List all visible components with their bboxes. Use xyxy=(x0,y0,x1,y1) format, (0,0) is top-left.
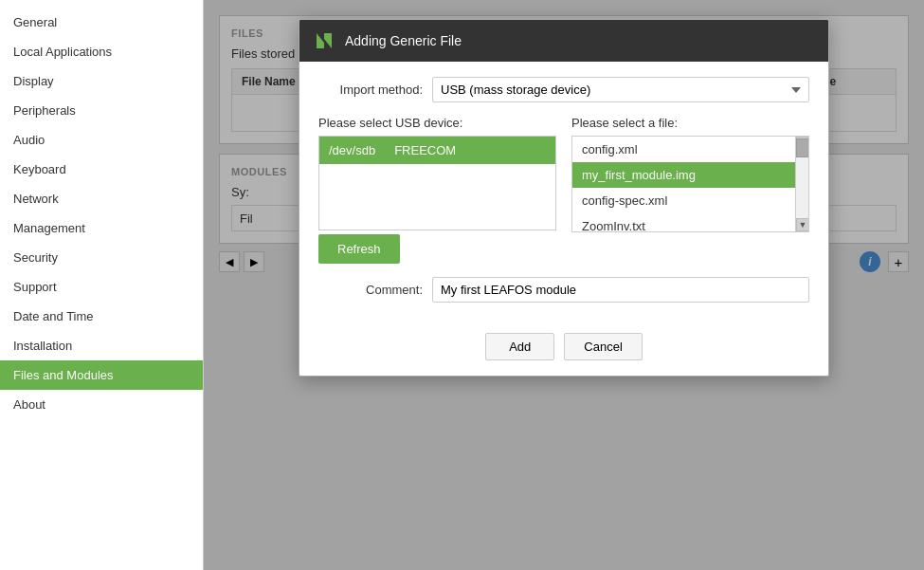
modal-title: Adding Generic File xyxy=(345,33,462,48)
sidebar-item-management[interactable]: Management xyxy=(0,213,203,243)
import-method-label: Import method: xyxy=(318,83,432,97)
file-list-item[interactable]: config.xml xyxy=(572,137,808,162)
sidebar-item-general[interactable]: General xyxy=(0,8,203,37)
file-list: config.xmlmy_first_module.imgconfig-spec… xyxy=(572,137,808,231)
import-method-select[interactable]: USB (mass storage device)NetworkLocal xyxy=(432,77,809,102)
scrollbar-down-arrow[interactable]: ▼ xyxy=(796,218,809,231)
sidebar-item-display[interactable]: Display xyxy=(0,66,203,96)
file-list-item[interactable]: ZoomInv.txt xyxy=(572,213,808,231)
modal-header: Adding Generic File xyxy=(299,20,828,62)
sidebar-item-local-applications[interactable]: Local Applications xyxy=(0,37,203,66)
modal-body: Import method: USB (mass storage device)… xyxy=(299,62,828,333)
scrollbar-thumb[interactable] xyxy=(796,138,809,157)
usb-device-label: Please select USB device: xyxy=(318,116,556,130)
sidebar-item-support[interactable]: Support xyxy=(0,272,203,302)
two-col-layout: Please select USB device: /dev/sdbFREECO… xyxy=(318,116,809,264)
file-select-label: Please select a file: xyxy=(571,116,809,130)
main-content: FILES Files stored on the device: File N… xyxy=(204,0,924,570)
comment-row: Comment: xyxy=(318,277,809,303)
file-list-item[interactable]: config-spec.xml xyxy=(572,188,808,213)
file-select-col: Please select a file: config.xmlmy_first… xyxy=(571,116,809,264)
usb-device-col: Please select USB device: /dev/sdbFREECO… xyxy=(318,116,556,264)
sidebar-item-keyboard[interactable]: Keyboard xyxy=(0,155,203,184)
usb-device-list: /dev/sdbFREECOM xyxy=(318,136,556,230)
refresh-button[interactable]: Refresh xyxy=(318,234,400,264)
sidebar-item-files-and-modules[interactable]: Files and Modules xyxy=(0,360,203,390)
sidebar-item-installation[interactable]: Installation xyxy=(0,331,203,360)
ncomputing-logo-icon xyxy=(313,29,335,52)
modal-footer: Add Cancel xyxy=(299,333,828,376)
sidebar: GeneralLocal ApplicationsDisplayPeripher… xyxy=(0,0,204,570)
add-file-button[interactable]: Add xyxy=(485,333,554,360)
modal-adding-generic-file: Adding Generic File Import method: USB (… xyxy=(299,19,829,377)
sidebar-item-date-and-time[interactable]: Date and Time xyxy=(0,302,203,331)
cancel-button[interactable]: Cancel xyxy=(564,333,642,360)
modal-overlay: Adding Generic File Import method: USB (… xyxy=(204,0,924,570)
sidebar-item-peripherals[interactable]: Peripherals xyxy=(0,96,203,125)
sidebar-item-audio[interactable]: Audio xyxy=(0,125,203,155)
file-list-item[interactable]: my_first_module.img xyxy=(572,162,808,188)
import-method-row: Import method: USB (mass storage device)… xyxy=(318,77,809,102)
file-list-container: config.xmlmy_first_module.imgconfig-spec… xyxy=(571,136,809,232)
sidebar-item-about[interactable]: About xyxy=(0,390,203,419)
comment-input[interactable] xyxy=(432,277,809,303)
file-list-scrollbar: ▲ ▼ xyxy=(795,137,808,231)
usb-device-item[interactable]: /dev/sdbFREECOM xyxy=(319,137,555,164)
sidebar-item-network[interactable]: Network xyxy=(0,184,203,213)
sidebar-item-security[interactable]: Security xyxy=(0,243,203,272)
comment-label: Comment: xyxy=(318,283,432,297)
